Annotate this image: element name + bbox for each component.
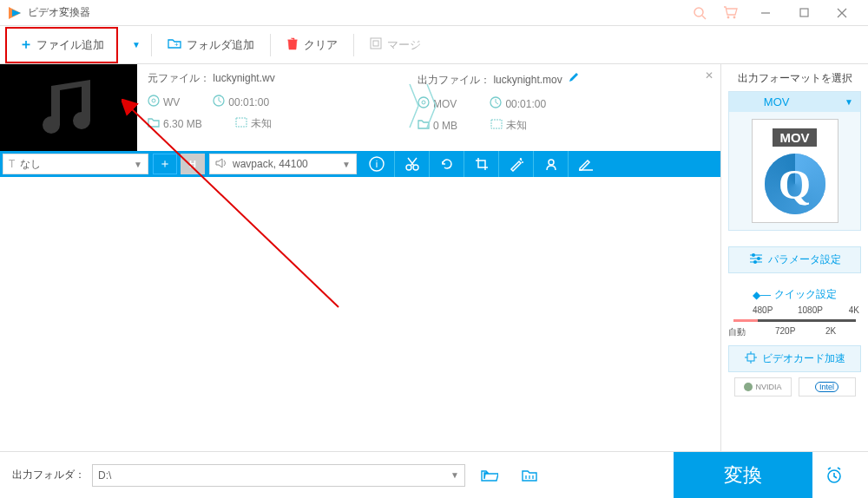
merge-icon: [370, 37, 382, 52]
open-folder-button[interactable]: [474, 462, 505, 488]
add-folder-button[interactable]: + フォルダ追加: [155, 26, 266, 64]
app-title: ビデオ変換器: [28, 5, 90, 20]
svg-rect-20: [491, 120, 502, 128]
svg-point-2: [694, 8, 703, 16]
svg-point-5: [733, 16, 736, 18]
hd-button[interactable]: H: [181, 154, 205, 174]
search-icon[interactable]: [684, 0, 715, 26]
output-folder-path: D:\: [98, 469, 111, 482]
svg-point-33: [752, 253, 755, 257]
right-panel-title: 出力フォーマットを選択: [728, 71, 861, 86]
subtitle-value: なし: [20, 157, 41, 172]
quick-resolution-slider[interactable]: 480P 1080P 4K 自動 720P 2K: [728, 307, 861, 337]
file-item[interactable]: ✕ 元ファイル： luckynight.wv WV 00:01:00 6.30 …: [0, 64, 720, 151]
src-res: 未知: [251, 116, 272, 131]
schedule-button[interactable]: [812, 452, 856, 499]
res-2k: 2K: [825, 326, 836, 336]
close-button[interactable]: [823, 0, 861, 26]
subtitle-t-icon: T: [9, 158, 15, 170]
res-icon: [490, 119, 503, 132]
src-duration: 00:01:00: [228, 96, 269, 108]
remove-file-button[interactable]: ✕: [705, 69, 713, 82]
svg-rect-36: [747, 354, 754, 361]
speaker-icon: [215, 158, 227, 171]
gpu-label: ビデオカード加速: [762, 351, 845, 366]
dst-duration: 00:01:00: [505, 98, 546, 110]
cart-icon[interactable]: [715, 0, 746, 26]
dst-res: 未知: [506, 118, 527, 133]
output-folder-select[interactable]: D:\ ▼: [92, 464, 465, 487]
src-size: 6.30 MB: [163, 118, 202, 130]
clock-icon: [490, 96, 502, 111]
add-file-button[interactable]: ＋ ファイル追加: [5, 27, 118, 63]
format-tag: MOV: [773, 128, 816, 147]
param-settings-button[interactable]: パラメータ設定: [728, 246, 861, 273]
intel-badge: Intel: [799, 377, 856, 396]
clear-label: クリア: [304, 37, 338, 53]
merge-label: マージ: [387, 37, 421, 53]
clear-button[interactable]: クリア: [274, 26, 350, 64]
app-logo: [7, 5, 23, 21]
chip-icon: [745, 351, 757, 366]
plus-icon: ＋: [19, 36, 33, 54]
svg-rect-11: [371, 38, 381, 49]
res-720: 720P: [775, 326, 795, 336]
src-label: 元ファイル：: [148, 72, 210, 84]
subtitle-select[interactable]: T なし ▼: [3, 154, 148, 174]
gpu-accel-button[interactable]: ビデオカード加速: [728, 345, 861, 372]
res-4k: 4K: [849, 305, 859, 315]
merge-button[interactable]: マージ: [358, 26, 433, 64]
add-file-caret[interactable]: ▼: [118, 26, 148, 64]
res-1080: 1080P: [798, 305, 823, 315]
convert-arrow-icon: [405, 80, 440, 132]
clock-icon: [213, 95, 225, 109]
res-480: 480P: [753, 305, 773, 315]
format-select[interactable]: MOV ▼: [729, 92, 860, 112]
maximize-button[interactable]: [785, 0, 823, 26]
svg-line-3: [702, 16, 706, 19]
output-folder-label: 出力フォルダ：: [12, 468, 85, 482]
src-format: WV: [163, 96, 180, 108]
svg-rect-12: [373, 41, 378, 46]
svg-point-34: [757, 257, 760, 260]
dst-name: luckynight.mov: [493, 74, 562, 86]
format-value: MOV: [764, 95, 790, 108]
svg-point-25: [520, 158, 522, 160]
quick-title: クイック設定: [774, 287, 837, 302]
svg-rect-7: [800, 9, 808, 16]
nvidia-badge: NVIDIA: [734, 377, 792, 396]
res-auto: 自動: [728, 326, 746, 338]
svg-point-41: [744, 383, 753, 391]
svg-point-27: [549, 160, 554, 165]
add-folder-label: フォルダ追加: [187, 37, 254, 53]
disc-icon: [148, 95, 160, 109]
svg-text:i: i: [376, 159, 378, 169]
param-label: パラメータ設定: [768, 252, 841, 267]
res-icon: [235, 117, 247, 130]
subtitle-edit-button[interactable]: [568, 151, 602, 177]
minimize-button[interactable]: [746, 0, 785, 26]
edit-name-button[interactable]: [568, 74, 580, 86]
info-button[interactable]: i: [359, 151, 394, 177]
browse-folder-button[interactable]: [514, 462, 545, 488]
svg-point-14: [152, 99, 155, 102]
convert-button[interactable]: 変換: [674, 452, 812, 499]
cut-button[interactable]: [394, 151, 429, 177]
effect-button[interactable]: [498, 151, 533, 177]
svg-point-35: [753, 260, 757, 264]
audio-select[interactable]: wavpack, 44100 ▼: [209, 154, 357, 174]
trash-icon: [286, 36, 299, 53]
audio-value: wavpack, 44100: [233, 158, 308, 170]
watermark-button[interactable]: [533, 151, 568, 177]
add-subtitle-button[interactable]: ＋: [153, 154, 177, 174]
svg-rect-16: [236, 118, 247, 127]
crop-button[interactable]: [464, 151, 498, 177]
format-icon: MOV Q: [729, 112, 860, 230]
sliders-icon: [749, 252, 763, 267]
rotate-button[interactable]: [429, 151, 464, 177]
file-thumbnail: [0, 64, 137, 151]
add-file-label: ファイル追加: [36, 37, 104, 53]
svg-marker-1: [12, 10, 21, 16]
svg-point-13: [148, 95, 159, 106]
svg-point-26: [522, 161, 523, 163]
